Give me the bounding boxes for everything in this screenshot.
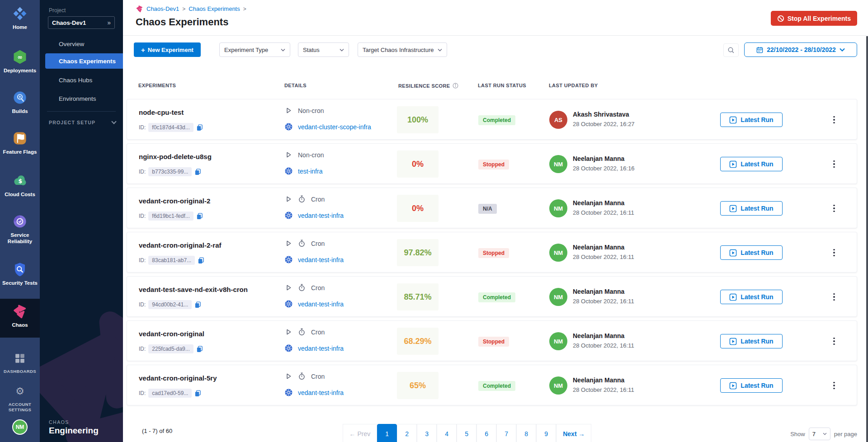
page-button[interactable]: 3 xyxy=(417,424,437,442)
stop-all-experiments-button[interactable]: Stop All Experiments xyxy=(771,11,857,26)
page-button[interactable]: 5 xyxy=(457,424,476,442)
row-menu-button[interactable] xyxy=(828,333,840,349)
latest-run-label: Latest Run xyxy=(741,382,773,389)
sidebar-item-cloud-costs[interactable]: $ Cloud Costs xyxy=(0,173,40,197)
sidebar-item-chaos-experiments[interactable]: Chaos Experiments xyxy=(45,53,123,69)
sidebar-item-chaos[interactable]: Chaos xyxy=(0,303,40,328)
date-range-picker[interactable]: 22/10/2022 - 28/10/2022 xyxy=(744,42,857,57)
prev-page-button[interactable]: ← Prev xyxy=(343,424,377,442)
search-button[interactable] xyxy=(723,43,739,57)
feature-flags-icon xyxy=(12,130,28,146)
sidebar-item-feature-flags[interactable]: Feature Flags xyxy=(0,130,40,155)
experiment-type: Non-cron xyxy=(298,107,324,114)
page-button[interactable]: 4 xyxy=(437,424,457,442)
status-filter[interactable]: Status xyxy=(298,42,349,57)
last-updated-date: 28 October 2022, 16:11 xyxy=(573,254,634,260)
row-menu-button[interactable] xyxy=(828,245,840,261)
latest-run-button[interactable]: Latest Run xyxy=(720,290,783,304)
experiment-name[interactable]: nginx-pod-delete-u8sg xyxy=(139,153,212,160)
new-experiment-button[interactable]: + New Experiment xyxy=(134,42,201,57)
last-updated-date: 28 October 2022, 16:11 xyxy=(573,342,634,349)
per-page-select[interactable]: 7 xyxy=(809,428,830,440)
resilience-score-box: 65% xyxy=(397,372,439,399)
id-label: ID: xyxy=(139,301,146,308)
infrastructure-link[interactable]: vedant-cluster-scope-infra xyxy=(298,123,371,131)
sidebar-item-chaos-hubs[interactable]: Chaos Hubs xyxy=(40,72,123,88)
latest-run-button[interactable]: Latest Run xyxy=(720,113,783,127)
infrastructure-link[interactable]: vedant-test-infra xyxy=(298,212,344,219)
infrastructure-link[interactable]: test-infra xyxy=(298,168,322,175)
sidebar-item-environments[interactable]: Environments xyxy=(40,91,123,106)
experiment-type: Cron xyxy=(311,373,325,380)
experiment-id[interactable]: f6d19bc1-fedf... xyxy=(148,212,193,221)
latest-run-button[interactable]: Latest Run xyxy=(720,245,783,260)
sidebar-item-label: DASHBOARDS xyxy=(4,369,36,374)
infrastructure-link[interactable]: vedant-test-infra xyxy=(298,301,344,308)
experiment-id[interactable]: cad17ed0-59... xyxy=(148,389,192,398)
type-cell: Cron xyxy=(285,372,325,380)
latest-run-button[interactable]: Latest Run xyxy=(720,334,783,348)
project-selector[interactable]: Chaos-Dev1 » xyxy=(48,16,115,29)
page-button[interactable]: 9 xyxy=(536,424,556,442)
page-button[interactable]: 7 xyxy=(496,424,516,442)
breadcrumb-project-link[interactable]: Chaos-Dev1 xyxy=(146,5,179,12)
experiment-type-filter[interactable]: Experiment Type xyxy=(219,42,290,57)
chevron-down-icon xyxy=(281,48,285,52)
page-button[interactable]: 2 xyxy=(397,424,417,442)
experiment-name[interactable]: vedant-cron-original-5ry xyxy=(139,374,217,382)
experiment-id[interactable]: f0c187d4-43d... xyxy=(148,123,193,132)
latest-run-button[interactable]: Latest Run xyxy=(720,378,783,393)
experiment-name[interactable]: node-cpu-test xyxy=(139,108,184,116)
sidebar-item-overview[interactable]: Overview xyxy=(40,36,123,52)
page-button[interactable]: 6 xyxy=(476,424,496,442)
sidebar-item-builds[interactable]: Builds xyxy=(0,89,40,114)
copy-icon[interactable] xyxy=(194,390,201,397)
vertical-scrollbar[interactable] xyxy=(866,36,868,442)
cron-icon xyxy=(298,372,306,380)
row-menu-button[interactable] xyxy=(828,112,840,128)
infrastructure-link[interactable]: vedant-test-infra xyxy=(298,389,344,396)
sidebar-item-security-tests[interactable]: Security Tests xyxy=(0,261,40,286)
sidebar-item-account-settings[interactable]: ⚙ ACCOUNT SETTINGS xyxy=(0,383,40,413)
row-menu-button[interactable] xyxy=(828,289,840,305)
experiment-name[interactable]: vedant-test-save-nd-exit-v8h-cron xyxy=(139,286,248,293)
copy-icon[interactable] xyxy=(194,301,201,308)
row-menu-button[interactable] xyxy=(828,156,840,172)
experiment-name[interactable]: vedant-cron-original xyxy=(139,330,204,338)
collapse-sidebar-icon[interactable]: » xyxy=(107,19,111,26)
row-menu-button[interactable] xyxy=(828,200,840,216)
sidebar-item-home[interactable]: Home xyxy=(0,5,40,30)
latest-run-button[interactable]: Latest Run xyxy=(720,157,783,171)
sidebar-item-dashboards[interactable]: DASHBOARDS xyxy=(0,350,40,374)
copy-icon[interactable] xyxy=(196,124,203,131)
row-menu-button[interactable] xyxy=(828,377,840,394)
page-button[interactable]: 1 xyxy=(377,424,397,442)
experiment-id[interactable]: 83cab181-ab7... xyxy=(148,256,195,265)
id-label: ID: xyxy=(139,390,146,396)
experiment-name[interactable]: vedant-cron-original-2-raf xyxy=(139,241,222,249)
experiment-id[interactable]: 225fcad5-da9... xyxy=(148,344,193,353)
copy-icon[interactable] xyxy=(198,257,204,264)
sidebar-divider xyxy=(47,111,116,112)
copy-icon[interactable] xyxy=(194,169,201,175)
copy-icon[interactable] xyxy=(196,346,203,353)
infrastructure-link[interactable]: vedant-test-infra xyxy=(298,256,344,263)
user-name: Akash Shrivastava xyxy=(573,111,635,118)
infrastructure-link[interactable]: vedant-test-infra xyxy=(298,345,344,352)
target-infrastructure-filter[interactable]: Target Chaos Infrastructure xyxy=(358,42,447,57)
user-avatar[interactable]: NM xyxy=(12,419,28,435)
experiment-name[interactable]: vedant-cron-original-2 xyxy=(139,197,210,205)
experiment-id[interactable]: b773c335-99... xyxy=(148,167,192,176)
experiment-id[interactable]: 94cd00b2-41... xyxy=(148,300,192,309)
sidebar-item-label: ACCOUNT SETTINGS xyxy=(3,402,37,413)
info-icon[interactable] xyxy=(453,83,458,89)
project-setup-toggle[interactable]: PROJECT SETUP xyxy=(49,120,116,125)
breadcrumb-experiments-link[interactable]: Chaos Experiments xyxy=(189,5,240,12)
copy-icon[interactable] xyxy=(196,213,203,220)
next-page-button[interactable]: Next → xyxy=(556,424,591,442)
sidebar-item-service-reliability[interactable]: Service Reliability xyxy=(0,213,40,245)
page-button[interactable]: 8 xyxy=(516,424,536,442)
status-badge: Completed xyxy=(478,381,515,391)
latest-run-button[interactable]: Latest Run xyxy=(720,201,783,216)
sidebar-item-deployments[interactable]: ∞ Deployments xyxy=(0,49,40,74)
